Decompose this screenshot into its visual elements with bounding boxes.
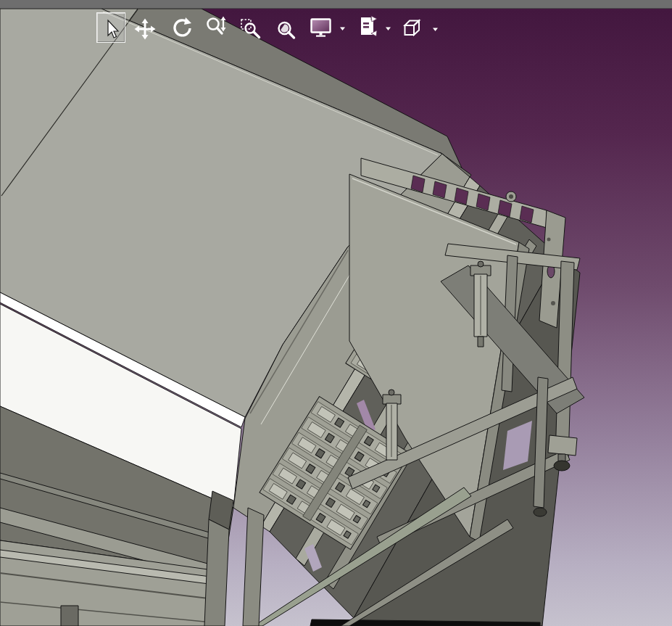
display-style-dropdown[interactable] — [339, 26, 346, 31]
zoom-dynamic-tool-button[interactable] — [205, 15, 228, 38]
chevron-down-icon — [432, 27, 439, 32]
rotate-tool-button[interactable] — [170, 16, 193, 39]
magnifier-updown-icon — [205, 15, 228, 38]
chevron-down-icon — [385, 26, 391, 31]
zoom-window-tool-button[interactable] — [240, 18, 263, 41]
3d-scene-canvas[interactable] — [0, 0, 672, 626]
magnifier-region-icon — [240, 18, 263, 41]
cad-viewport[interactable] — [0, 0, 672, 626]
view-orientation-dropdown[interactable] — [432, 27, 439, 32]
chevron-down-icon — [339, 26, 346, 31]
view-orientation-button[interactable] — [402, 17, 423, 39]
magnifier-icon — [275, 20, 297, 41]
caster-wheel — [554, 461, 570, 471]
caster-foot — [548, 435, 577, 456]
cursor-arrow-icon — [101, 18, 123, 40]
zoom-fit-tool-button[interactable] — [275, 20, 297, 41]
monitor-icon — [310, 17, 333, 38]
titlebar — [0, 0, 672, 9]
page-refresh-icon — [356, 15, 378, 38]
view-update-button[interactable] — [356, 15, 378, 38]
display-style-button[interactable] — [310, 17, 333, 38]
pan-arrows-icon — [134, 18, 156, 40]
orbit-rotate-icon — [170, 16, 193, 39]
view-update-dropdown[interactable] — [385, 26, 391, 31]
view-cube-icon — [402, 17, 423, 39]
select-tool-button[interactable] — [96, 12, 125, 43]
pan-tool-button[interactable] — [134, 18, 156, 40]
